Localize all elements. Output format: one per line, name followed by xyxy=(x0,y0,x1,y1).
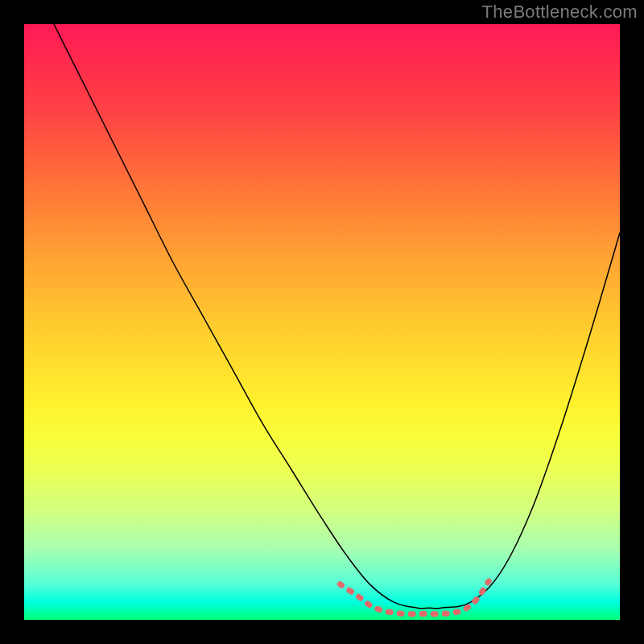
plot-area xyxy=(24,24,620,620)
pink-bottom-segment xyxy=(340,581,489,614)
watermark-text: TheBottleneck.com xyxy=(482,2,638,23)
curve-layer xyxy=(24,24,620,620)
black-curve xyxy=(54,24,620,609)
chart-frame: TheBottleneck.com xyxy=(0,0,644,644)
